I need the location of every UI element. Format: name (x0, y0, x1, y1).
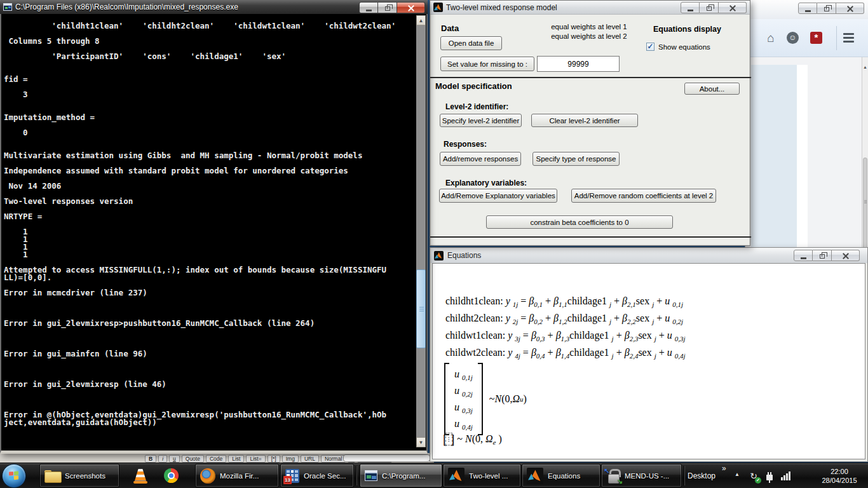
italic-button[interactable]: i (158, 455, 167, 463)
console-restore-button[interactable] (378, 2, 397, 13)
matlab-icon (448, 468, 465, 484)
taskbar-item-console[interactable]: C:\Program... (360, 464, 442, 487)
equation-line-2: childht2clean: y 2j = β0,2 + β1,2childag… (445, 313, 683, 324)
taskbar-item-screenshots[interactable]: Screenshots (39, 464, 119, 487)
home-icon[interactable]: ⌂ (763, 30, 779, 46)
menu-icon[interactable] (843, 33, 854, 43)
show-equations-checkbox[interactable]: ✓ (646, 43, 654, 51)
power-tray-icon[interactable] (764, 463, 775, 488)
equations-restore-button[interactable] (813, 250, 832, 261)
missing-value-input[interactable] (537, 56, 620, 72)
sync-check-icon: ✓ (755, 477, 761, 484)
browser-scroll-thumb[interactable] (863, 158, 867, 250)
section-divider (430, 77, 751, 78)
set-missing-value-button[interactable]: Set value for missing to : (440, 57, 534, 71)
explanatory-variables-label: Explanatory variables: (445, 179, 527, 187)
right-bracket: ] (451, 433, 455, 445)
paragraph-style-button[interactable]: Normal (321, 455, 346, 463)
matlab-icon (434, 251, 444, 261)
editor-text-field[interactable] (343, 454, 430, 462)
model-spec-heading: Model specification (435, 81, 512, 91)
network-tray-icon[interactable] (779, 463, 792, 488)
list-item-button[interactable]: [*] (268, 455, 280, 463)
add-remove-explanatory-button[interactable]: Add/Remove Explanatory variables (439, 189, 557, 203)
clear-level2-button[interactable]: Clear level-2 identifier (531, 114, 638, 127)
console-icon (365, 470, 377, 481)
taskbar-item-equations[interactable]: Equations (522, 464, 600, 487)
desktop-toolbar[interactable]: Desktop (688, 463, 715, 488)
taskbar-item-firefox[interactable]: Mozilla Fir... (195, 464, 279, 487)
model-titlebar: Two-level mixed response model (430, 1, 750, 15)
right-bracket (478, 363, 483, 435)
list-button[interactable]: List (228, 455, 244, 463)
browser-restore-button[interactable] (817, 3, 836, 14)
weights-level1-text: equal weights at level 1 (526, 23, 653, 30)
code-button[interactable]: Code (206, 455, 226, 463)
section-divider (430, 236, 751, 238)
browser-minimize-button[interactable] (798, 3, 817, 14)
console-close-button[interactable] (397, 2, 425, 13)
u-term: u 0,4j (454, 416, 473, 432)
about-button[interactable]: About... (684, 83, 740, 95)
taskbar-item-mendus[interactable]: ↖ ↘ MEND-US -... (601, 464, 682, 487)
url-button[interactable]: URL (301, 455, 319, 463)
browser-scrollbar[interactable]: ▲ (862, 57, 868, 249)
console-titlebar: C:\Program Files (x86)\Realcom\Imputatio… (0, 0, 428, 14)
scroll-up-icon[interactable]: ▲ (416, 15, 426, 25)
ordered-list-button[interactable]: List= (246, 455, 265, 463)
scroll-down-icon[interactable]: ▼ (416, 437, 426, 447)
browser-page-gap (797, 65, 808, 249)
chrome-icon (164, 468, 179, 483)
chat-icon[interactable]: ☺ (787, 32, 799, 44)
console-scrollbar[interactable]: ▲ ▼ (416, 15, 426, 447)
specify-level2-button[interactable]: Specify level-2 identifier (440, 114, 522, 127)
matlab-icon (433, 3, 443, 12)
taskbar-item-label: MEND-US -... (625, 472, 669, 480)
upload-arrow-icon: ↖ (604, 467, 609, 475)
folder-icon (44, 470, 60, 482)
add-remove-responses-button[interactable]: Add/remove responses (440, 152, 521, 166)
firefox-icon (200, 468, 215, 484)
console-scroll-thumb[interactable] (416, 269, 426, 348)
taskbar-item-vlc[interactable] (129, 464, 154, 487)
taskbar-item-label: C:\Program... (382, 472, 425, 480)
toolbar-divider (836, 26, 837, 50)
show-equations-label: Show equations (658, 43, 710, 51)
responses-label: Responses: (444, 140, 487, 149)
matlab-icon (527, 468, 543, 484)
console-minimize-button[interactable] (359, 2, 378, 13)
taskbar-clock[interactable]: 22:00 28/04/2015 (816, 463, 863, 488)
taskbar-divider (684, 466, 685, 485)
console-output: 'childht1clean' 'childht2clean' 'childwt… (4, 22, 412, 447)
clock-time: 22:00 (831, 467, 848, 476)
console-window-title: C:\Program Files (x86)\Realcom\Imputatio… (15, 3, 238, 11)
taskbar-item-oracle[interactable]: 13 Oracle Sec... (280, 464, 354, 487)
model-close-button[interactable] (719, 2, 747, 13)
lastpass-icon[interactable]: * (810, 32, 822, 44)
taskbar-item-chrome[interactable] (159, 464, 187, 487)
equation-line-1: childht1clean: y 1j = β0,1 + β1,1childag… (445, 295, 683, 307)
open-data-file-button[interactable]: Open data file (440, 36, 502, 50)
underline-button[interactable]: u (169, 455, 180, 463)
sync-tray-icon[interactable]: ↻✓ (747, 463, 760, 488)
start-button[interactable] (2, 464, 26, 488)
equations-titlebar: Equations (430, 248, 867, 263)
model-restore-button[interactable] (700, 2, 719, 13)
tray-expand-icon[interactable]: ▲ (735, 471, 740, 477)
equations-minimize-button[interactable] (794, 250, 813, 261)
image-button[interactable]: Img (282, 455, 299, 463)
clock-date: 28/04/2015 (822, 476, 857, 485)
equations-close-button[interactable] (832, 250, 860, 261)
model-minimize-button[interactable] (681, 2, 700, 13)
browser-window: ⌂ ☺ * ▲ (745, 0, 868, 249)
specify-type-of-response-button[interactable]: Specify type of response (532, 152, 620, 166)
chevron-icon[interactable]: » (722, 464, 726, 473)
scroll-up-icon[interactable]: ▲ (863, 65, 867, 69)
taskbar-item-two-level[interactable]: Two-level ... (443, 464, 521, 487)
quote-button[interactable]: Quote (182, 455, 204, 463)
constrain-beta-button[interactable]: constrain beta coefficients to 0 (486, 215, 673, 229)
browser-close-button[interactable] (836, 3, 864, 14)
bold-button[interactable]: B (145, 455, 156, 463)
taskbar-item-label: Screenshots (65, 472, 105, 480)
add-remove-random-coefficients-button[interactable]: Add/Remove random coefficients at level … (571, 189, 716, 203)
